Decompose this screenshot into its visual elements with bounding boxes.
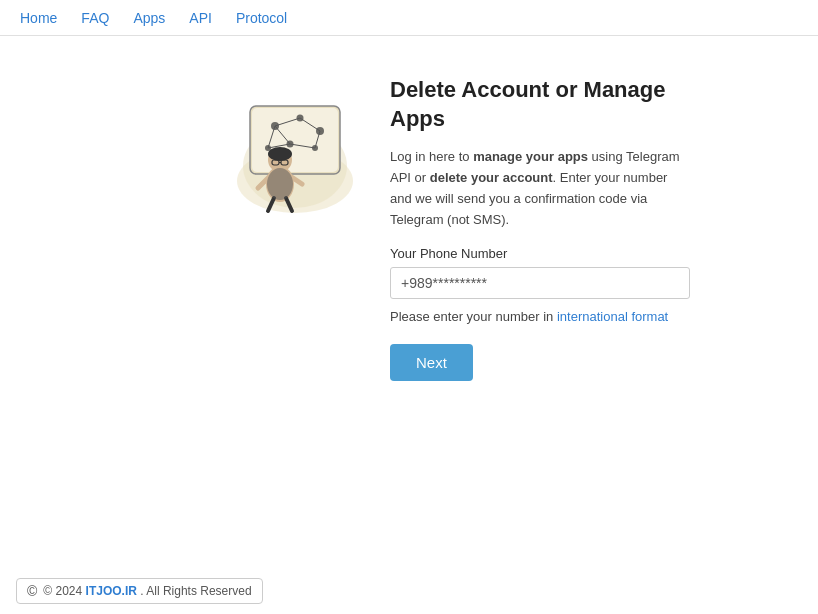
footer: © © 2024 ITJOO.IR . All Rights Reserved bbox=[0, 568, 818, 614]
nav-protocol[interactable]: Protocol bbox=[236, 10, 287, 26]
footer-badge: © © 2024 ITJOO.IR . All Rights Reserved bbox=[16, 578, 263, 604]
nav-faq[interactable]: FAQ bbox=[81, 10, 109, 26]
svg-point-19 bbox=[268, 147, 292, 161]
hero-illustration bbox=[230, 76, 360, 216]
phone-input[interactable] bbox=[390, 267, 690, 299]
nav-home[interactable]: Home bbox=[20, 10, 57, 26]
main-content: Delete Account or Manage Apps Log in her… bbox=[0, 36, 818, 381]
nav-api[interactable]: API bbox=[189, 10, 212, 26]
svg-rect-3 bbox=[252, 108, 338, 172]
cc-icon: © bbox=[27, 583, 37, 599]
phone-label: Your Phone Number bbox=[390, 246, 690, 261]
nav-apps[interactable]: Apps bbox=[133, 10, 165, 26]
form-area: Delete Account or Manage Apps Log in her… bbox=[390, 76, 690, 381]
page-title: Delete Account or Manage Apps bbox=[390, 76, 690, 133]
footer-text: © 2024 ITJOO.IR . All Rights Reserved bbox=[43, 584, 251, 598]
international-format-link[interactable]: international format bbox=[557, 309, 668, 324]
main-nav: Home FAQ Apps API Protocol bbox=[0, 0, 818, 36]
next-button[interactable]: Next bbox=[390, 344, 473, 381]
hero-description: Log in here to manage your apps using Te… bbox=[390, 147, 690, 230]
svg-point-27 bbox=[267, 168, 293, 200]
hint-text: Please enter your number in internationa… bbox=[390, 307, 690, 328]
